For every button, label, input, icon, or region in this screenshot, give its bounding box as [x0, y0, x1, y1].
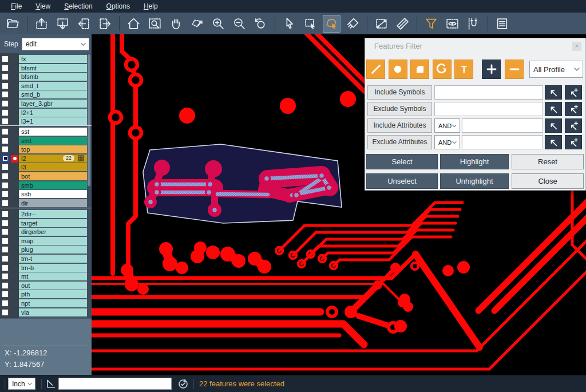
add-plus-button[interactable] — [482, 60, 501, 79]
layer-row-plug[interactable]: plug — [0, 246, 87, 254]
include-symbols-input[interactable] — [434, 85, 543, 100]
exclude-symbols-input[interactable] — [434, 102, 543, 116]
pick-symbol-button[interactable] — [545, 102, 562, 116]
layer-checkbox[interactable] — [2, 56, 9, 62]
layer-checkbox[interactable] — [2, 220, 9, 227]
layer-row-target[interactable]: target — [0, 219, 87, 227]
layer-name[interactable]: smd_b — [19, 90, 87, 98]
layer-name[interactable]: mt — [19, 272, 87, 280]
layer-name[interactable]: pth — [19, 290, 87, 298]
menu-view[interactable]: View — [29, 1, 57, 12]
layer-checkbox[interactable] — [2, 182, 9, 189]
layer-row-smb[interactable]: smb — [0, 181, 87, 189]
layer-name[interactable]: bot — [19, 172, 87, 180]
highlight-button[interactable]: Highlight — [440, 154, 509, 169]
select-arrow-button[interactable] — [280, 15, 298, 33]
layer-name[interactable]: target — [19, 219, 87, 227]
layer-row-smd_t[interactable]: smd_t — [0, 82, 87, 90]
layer-name[interactable]: l3+1 — [19, 117, 87, 125]
menu-help[interactable]: Help — [137, 1, 164, 12]
unselect-button[interactable]: Unselect — [366, 173, 438, 189]
layer-name[interactable]: bfsmb — [19, 73, 87, 81]
layer-row-smt[interactable]: smt — [0, 137, 87, 145]
layer-checkbox[interactable] — [2, 146, 9, 153]
layer-name[interactable]: out — [19, 282, 87, 290]
layer-name[interactable]: l2+1 — [19, 109, 87, 117]
sidebar-scrollbar[interactable] — [87, 53, 91, 318]
menu-file[interactable]: File — [5, 1, 28, 12]
layer-row-top[interactable]: top — [0, 145, 87, 153]
command-input[interactable] — [58, 378, 172, 390]
open-folder-button[interactable] — [4, 15, 22, 33]
layer-name[interactable]: dirgerber — [19, 228, 87, 236]
draw-arc-button[interactable] — [433, 60, 452, 79]
measure-ruler-button[interactable] — [394, 15, 411, 33]
zoom-window-button[interactable] — [146, 15, 164, 33]
layer-row-out[interactable]: out — [0, 282, 87, 290]
layer-checkbox[interactable] — [2, 73, 9, 80]
layer-row-npt[interactable]: npt — [0, 299, 87, 307]
sync-check-icon[interactable] — [177, 378, 189, 392]
layer-name[interactable]: map — [19, 237, 87, 245]
layer-checkbox[interactable] — [2, 273, 9, 280]
layer-row-l2[interactable]: l222 — [0, 155, 87, 163]
layer-checkbox[interactable] — [2, 109, 9, 116]
layer-checkbox[interactable] — [2, 128, 9, 135]
pick-attribute-button[interactable] — [545, 118, 562, 133]
layer-row-map[interactable]: map — [0, 237, 87, 245]
layer-row-dir[interactable]: dir — [0, 199, 87, 207]
include-symbols-button[interactable]: Include Symbols — [367, 85, 432, 100]
layer-checkbox[interactable] — [2, 309, 9, 316]
layer-row-ssb[interactable]: ssb — [0, 190, 87, 198]
pick-attribute-add-button[interactable] — [565, 135, 582, 149]
report-panel-button[interactable] — [493, 15, 511, 33]
layer-checkbox[interactable] — [2, 246, 9, 253]
layer-checkbox[interactable] — [2, 228, 9, 235]
layer-name[interactable]: ssb — [19, 190, 87, 198]
corner-angle-icon[interactable] — [46, 378, 57, 391]
layer-name[interactable]: dir — [19, 199, 87, 207]
include-attributes-button[interactable]: Include Attributes — [367, 118, 432, 133]
layer-name[interactable]: smd_t — [19, 82, 87, 90]
pick-symbol-add-button[interactable] — [565, 102, 582, 116]
layer-row-bot[interactable]: bot — [0, 172, 87, 180]
layer-row-mt[interactable]: mt — [0, 272, 87, 280]
zoom-in-button[interactable] — [209, 15, 227, 33]
layer-row-fx[interactable]: fx — [0, 55, 87, 63]
include-attributes-operator-combobox[interactable]: AND — [434, 118, 460, 133]
layer-row-pth[interactable]: pth — [0, 290, 87, 298]
view-window-button[interactable] — [444, 15, 461, 33]
measure-distance-button[interactable] — [373, 15, 390, 33]
zoom-out-button[interactable] — [231, 15, 248, 33]
layer-name[interactable]: sst — [19, 128, 87, 136]
clean-brush-button[interactable] — [344, 15, 362, 33]
unit-combobox[interactable]: Inch — [8, 378, 35, 390]
layer-row-tm-t[interactable]: tm-t — [0, 255, 87, 263]
layer-checkbox[interactable] — [2, 255, 9, 262]
pan-hand-button[interactable] — [167, 15, 185, 33]
menu-options[interactable]: Options — [100, 1, 136, 12]
active-layer-indicator[interactable] — [11, 155, 18, 163]
layer-name[interactable]: npt — [19, 299, 87, 307]
pan-up-button[interactable] — [33, 15, 50, 33]
unhighlight-button[interactable]: Unhighlight — [440, 173, 509, 189]
draw-pad-button[interactable] — [389, 60, 407, 79]
layer-name[interactable]: fx — [19, 55, 87, 63]
layer-row-dirgerber[interactable]: dirgerber — [0, 228, 87, 236]
layer-name[interactable]: top — [19, 145, 87, 153]
include-attributes-input[interactable] — [462, 118, 543, 133]
layer-row-l3+1[interactable]: l3+1 — [0, 117, 87, 125]
layer-name[interactable]: layer_3.gbr — [19, 100, 87, 108]
layer-row-layer_3.gbr[interactable]: layer_3.gbr — [0, 100, 87, 108]
close-button[interactable]: Close — [512, 173, 584, 189]
remove-minus-button[interactable] — [505, 60, 524, 79]
select-button[interactable]: Select — [366, 154, 438, 169]
pick-symbol-add-button[interactable] — [565, 85, 582, 100]
exclude-attributes-button[interactable]: Exclude Attributes — [367, 135, 432, 149]
layer-checkbox[interactable] — [2, 191, 9, 197]
zoom-previous-button[interactable] — [252, 15, 270, 33]
step-combobox[interactable]: edit — [22, 38, 89, 50]
layer-checkbox[interactable] — [2, 137, 9, 144]
layer-name[interactable]: smt — [19, 137, 87, 145]
menu-selection[interactable]: Selection — [58, 1, 98, 12]
